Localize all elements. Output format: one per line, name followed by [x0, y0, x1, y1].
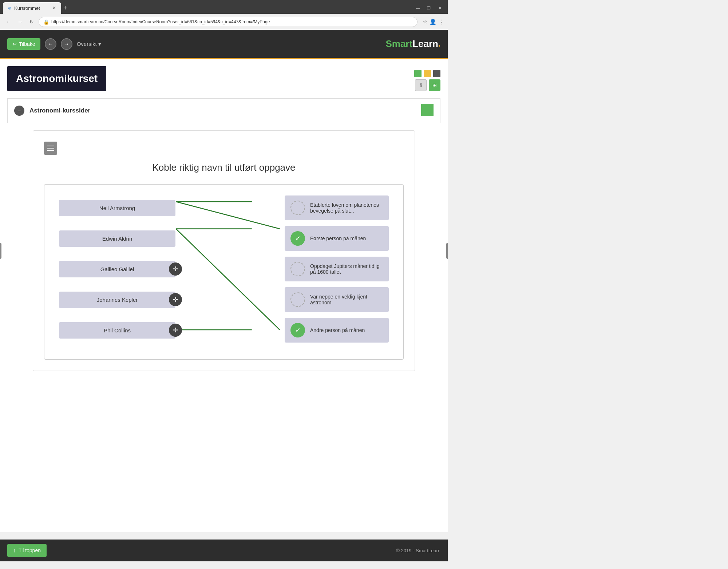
left-label-1: Neil Armstrong [99, 205, 135, 211]
left-label-4: Johannes Kepler [97, 297, 138, 303]
next-nav-circle[interactable]: → [61, 38, 72, 50]
main-content: Astronomikurset ℹ ⊞ − Astronomi-kursside… [0, 59, 448, 532]
left-item-3[interactable]: Galileo Galilei ✛ [59, 261, 175, 277]
exercise-prev-button[interactable]: ‹ [0, 243, 1, 259]
dropdown-arrow-icon: ▾ [98, 41, 101, 47]
match-row-4: Johannes Kepler ✛ Var neppe en veldig kj… [59, 287, 389, 312]
right-item-2: ✓ Første person på månen [285, 226, 389, 251]
info-icon-box[interactable]: ℹ [415, 79, 427, 91]
back-button[interactable]: ↩ Tilbake [7, 38, 40, 50]
dot-dark [433, 70, 440, 77]
oversikt-label: Oversikt [77, 41, 97, 47]
logo-smart: Smart [385, 38, 412, 49]
back-nav-button[interactable]: ← [4, 17, 13, 27]
grid-icon-box[interactable]: ⊞ [429, 79, 440, 91]
left-label-5: Phil Collins [104, 327, 131, 333]
right-item-5: ✓ Andre person på månen [285, 318, 389, 343]
app-header: ↩ Tilbake ← → Oversikt ▾ SmartLearn● [0, 30, 448, 59]
window-controls: — ❐ ✕ [413, 3, 445, 13]
dot-green [414, 70, 422, 77]
tab-close-button[interactable]: ✕ [52, 5, 56, 11]
exercise-container: Koble riktig navn til utført oppgave [33, 130, 415, 371]
browser-tab[interactable]: ⊕ Kursrommet ✕ [3, 2, 61, 14]
bookmark-icon[interactable]: ☆ [423, 19, 427, 25]
match-indicator-4 [290, 292, 305, 307]
profile-icon[interactable]: 👤 [430, 19, 436, 25]
back-label: Tilbake [19, 41, 35, 47]
left-item-4[interactable]: Johannes Kepler ✛ [59, 292, 175, 308]
drag-handle-4[interactable]: ✛ [169, 293, 182, 306]
new-tab-button[interactable]: + [63, 4, 67, 12]
section-square-button[interactable] [421, 104, 434, 116]
match-row-1: Neil Armstrong Etablerte loven om planet… [59, 195, 389, 220]
minimize-button[interactable]: — [413, 3, 423, 13]
right-item-1: Etablerte loven om planetenes bevegelse … [285, 195, 389, 220]
section-minus-icon: − [14, 106, 24, 116]
to-top-arrow-icon: ↑ [13, 548, 16, 553]
menu-bar-3 [47, 150, 54, 151]
right-label-3: Oppdaget Jupiters måner tidlig på 1600 t… [310, 263, 383, 275]
section-right [421, 104, 434, 118]
exercise-title: Koble riktig navn til utført oppgave [44, 162, 404, 173]
left-item-5[interactable]: Phil Collins ✛ [59, 322, 175, 339]
left-item-1[interactable]: Neil Armstrong [59, 200, 175, 216]
match-indicator-3 [290, 262, 305, 276]
menu-dots-icon[interactable]: ⋮ [439, 19, 444, 25]
course-title: Astronomikurset [16, 73, 98, 84]
match-indicator-2: ✓ [290, 231, 305, 246]
to-top-button[interactable]: ↑ Til toppen [7, 544, 47, 557]
copyright-text: © 2019 - SmartLearn [396, 548, 440, 553]
section-header: − Astronomi-kurssider [7, 98, 440, 123]
right-label-2: Første person på månen [310, 236, 383, 241]
exercise-next-button[interactable]: › [446, 243, 448, 259]
logo-dot: ● [438, 44, 440, 48]
match-indicator-5: ✓ [290, 323, 305, 337]
reload-button[interactable]: ↻ [27, 17, 36, 27]
match-row-5: Phil Collins ✛ ✓ Andre person på månen [59, 318, 389, 343]
right-label-4: Var neppe en veldig kjent astronom [310, 294, 383, 305]
left-item-2[interactable]: Edwin Aldrin [59, 230, 175, 247]
exercise-menu-icon[interactable] [44, 142, 57, 155]
page-footer: ↑ Til toppen © 2019 - SmartLearn [0, 540, 448, 561]
right-item-4: Var neppe en veldig kjent astronom [285, 287, 389, 312]
section-title: Astronomi-kurssider [29, 107, 90, 114]
top-right-icons: ℹ ⊞ [414, 70, 440, 91]
match-row-2: Edwin Aldrin ✓ Første person på månen [59, 226, 389, 251]
match-row-3: Galileo Galilei ✛ Oppdaget Jupiters måne… [59, 257, 389, 281]
header-left: ↩ Tilbake ← → Oversikt ▾ [7, 38, 101, 50]
menu-bar-2 [47, 148, 54, 149]
forward-nav-button[interactable]: → [15, 17, 25, 27]
match-indicator-1 [290, 201, 305, 215]
menu-bar-1 [47, 146, 54, 146]
to-top-label: Til toppen [19, 548, 41, 553]
tab-icon: ⊕ [8, 6, 11, 11]
left-label-3: Galileo Galilei [100, 266, 134, 272]
app-logo: SmartLearn● [385, 38, 440, 50]
right-label-1: Etablerte loven om planetenes bevegelse … [310, 202, 383, 214]
address-input[interactable]: 🔒 https://demo.smartlearn.no/CourseRoom/… [39, 17, 418, 27]
course-title-bar: Astronomikurset [7, 66, 106, 91]
drag-handle-5[interactable]: ✛ [169, 324, 182, 337]
right-label-5: Andre person på månen [310, 327, 383, 333]
close-button[interactable]: ✕ [435, 3, 445, 13]
back-arrow-icon: ↩ [12, 41, 17, 47]
status-color-dots [414, 70, 440, 77]
url-text: https://demo.smartlearn.no/CourseRoom/In… [51, 19, 270, 24]
address-bar-row: ← → ↻ 🔒 https://demo.smartlearn.no/Cours… [0, 14, 448, 30]
icon-row: ℹ ⊞ [415, 79, 440, 91]
matching-area: Neil Armstrong Etablerte loven om planet… [44, 184, 404, 360]
prev-nav-circle[interactable]: ← [45, 38, 56, 50]
left-label-2: Edwin Aldrin [102, 236, 132, 242]
maximize-button[interactable]: ❐ [424, 3, 434, 13]
right-item-3: Oppdaget Jupiters måner tidlig på 1600 t… [285, 257, 389, 281]
dot-yellow [424, 70, 431, 77]
drag-handle-3[interactable]: ✛ [169, 262, 182, 276]
oversikt-button[interactable]: Oversikt ▾ [77, 41, 101, 47]
logo-learn: Learn [412, 38, 438, 49]
tab-label: Kursrommet [14, 5, 40, 11]
